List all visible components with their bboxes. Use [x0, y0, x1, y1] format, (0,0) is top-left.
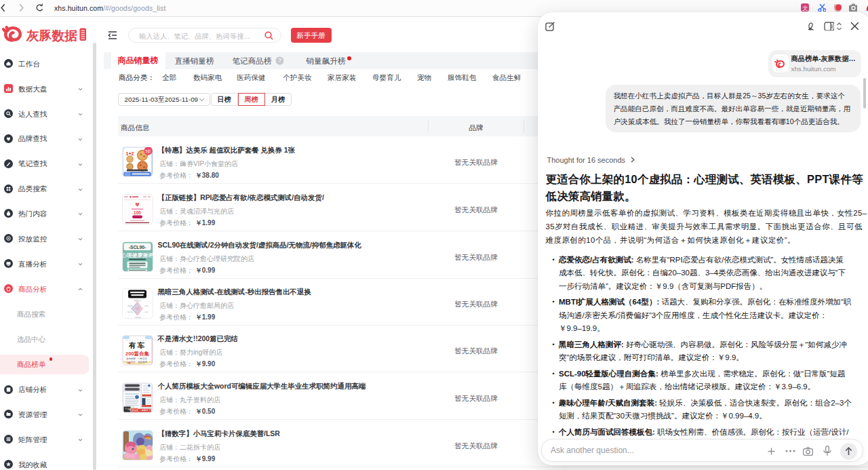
svg-text:完美主义: 完美主义 — [134, 298, 141, 301]
svg-text:心理健康测评: 心理健康测评 — [122, 252, 153, 258]
svg-text:海量模板 一键替换下载: 海量模板 一键替换下载 — [130, 409, 153, 412]
svg-text:灰豚数据: 灰豚数据 — [26, 28, 77, 43]
svg-text:有车: 有车 — [128, 341, 146, 349]
svg-text:冲动: 冲动 — [144, 311, 149, 313]
svg-text:多种类型: 多种类型 — [126, 356, 136, 359]
svg-text:心动剧情: 心动剧情 — [125, 359, 136, 363]
svg-text:5折: 5折 — [145, 149, 151, 154]
svg-text:精神病: 精神病 — [127, 311, 133, 313]
svg-text:人际剥削: 人际剥削 — [134, 315, 141, 318]
svg-text:分类满足: 分类满足 — [138, 357, 147, 359]
svg-text:1+2: 1+2 — [126, 151, 134, 155]
svg-text:?: ? — [278, 57, 281, 64]
svg-text:独家整理: 独家整理 — [138, 360, 147, 363]
svg-text:马基雅: 马基雅 — [127, 305, 133, 307]
svg-text:文: 文 — [803, 5, 808, 12]
svg-text:100: 100 — [134, 210, 141, 214]
svg-text:-SCL90-: -SCL90- — [129, 244, 146, 249]
svg-text:200篇合集: 200篇合集 — [125, 350, 150, 356]
svg-text:自恋: 自恋 — [144, 305, 149, 307]
